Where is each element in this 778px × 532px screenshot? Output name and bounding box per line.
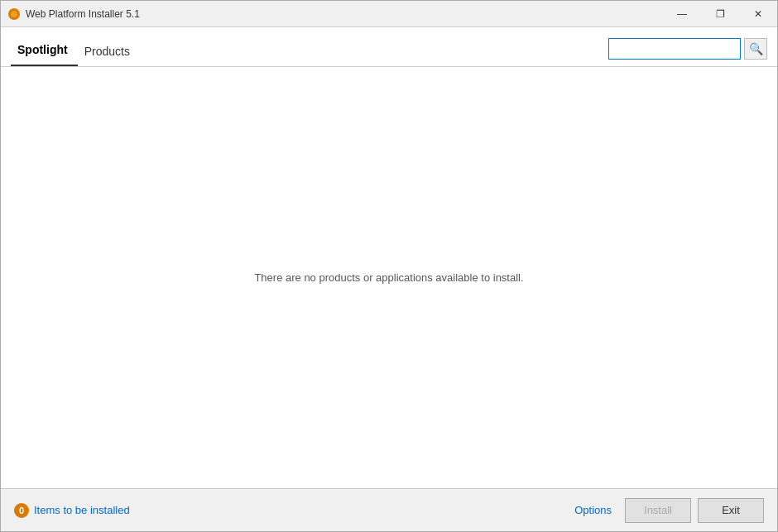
title-bar-controls: — ❐ ✕ — [663, 1, 777, 27]
title-bar: Web Platform Installer 5.1 — ❐ ✕ — [1, 1, 777, 27]
main-content: There are no products or applications av… — [1, 67, 777, 488]
tab-bar: Spotlight Products 🔍 — [1, 27, 777, 67]
tabs-container: Spotlight Products — [11, 27, 140, 66]
app-icon — [7, 7, 21, 21]
maximize-button[interactable]: ❐ — [701, 1, 739, 27]
items-to-install-link[interactable]: Items to be installed — [34, 504, 130, 516]
close-button[interactable]: ✕ — [739, 1, 777, 27]
exit-button[interactable]: Exit — [698, 498, 764, 523]
options-link[interactable]: Options — [574, 504, 612, 516]
footer: 0 Items to be installed Options Install … — [1, 488, 777, 531]
search-area: 🔍 — [608, 38, 767, 66]
items-count-badge: 0 — [14, 503, 29, 518]
footer-right: Options Install Exit — [574, 498, 764, 523]
install-button[interactable]: Install — [625, 498, 691, 523]
tab-products[interactable]: Products — [78, 27, 140, 66]
minimize-button[interactable]: — — [663, 1, 701, 27]
footer-left: 0 Items to be installed — [14, 503, 574, 518]
search-button[interactable]: 🔍 — [744, 38, 767, 60]
search-icon: 🔍 — [749, 42, 763, 55]
app-window: Web Platform Installer 5.1 — ❐ ✕ Spotlig… — [0, 0, 778, 532]
window-title: Web Platform Installer 5.1 — [26, 8, 140, 20]
search-input[interactable] — [608, 38, 741, 60]
tab-spotlight[interactable]: Spotlight — [11, 27, 78, 66]
empty-message: There are no products or applications av… — [254, 271, 523, 284]
svg-point-1 — [11, 11, 17, 17]
title-bar-left: Web Platform Installer 5.1 — [7, 7, 140, 21]
